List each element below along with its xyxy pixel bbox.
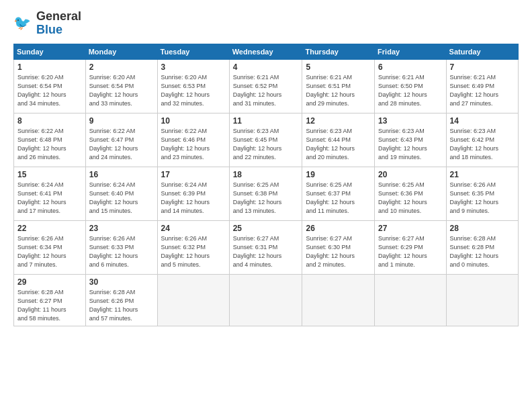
day-info: Sunrise: 6:27 AM Sunset: 6:29 PM Dayligh… [378,234,442,269]
calendar-day-cell: 17Sunrise: 6:24 AM Sunset: 6:39 PM Dayli… [157,167,229,220]
calendar-week-row: 8Sunrise: 6:22 AM Sunset: 6:48 PM Daylig… [14,113,519,167]
calendar-day-cell [302,274,375,326]
calendar-day-cell: 12Sunrise: 6:23 AM Sunset: 6:44 PM Dayli… [302,113,375,167]
calendar-col-header: Thursday [302,44,375,59]
day-number: 27 [378,224,442,233]
day-number: 2 [89,62,154,72]
calendar-day-cell: 5Sunrise: 6:21 AM Sunset: 6:51 PM Daylig… [302,59,375,113]
day-number: 4 [233,62,299,72]
logo: 🐦 GeneralBlue [13,10,81,37]
day-info: Sunrise: 6:25 AM Sunset: 6:37 PM Dayligh… [306,181,371,216]
day-info: Sunrise: 6:22 AM Sunset: 6:46 PM Dayligh… [161,127,226,162]
calendar-day-cell: 26Sunrise: 6:27 AM Sunset: 6:30 PM Dayli… [302,220,375,274]
calendar-col-header: Wednesday [229,44,302,59]
calendar-day-cell: 24Sunrise: 6:26 AM Sunset: 6:32 PM Dayli… [157,220,229,274]
day-number: 21 [450,170,515,179]
day-number: 11 [233,116,299,126]
calendar-day-cell: 29Sunrise: 6:28 AM Sunset: 6:27 PM Dayli… [14,274,86,326]
calendar-day-cell: 23Sunrise: 6:26 AM Sunset: 6:33 PM Dayli… [85,220,157,274]
day-info: Sunrise: 6:23 AM Sunset: 6:43 PM Dayligh… [378,127,442,162]
day-info: Sunrise: 6:21 AM Sunset: 6:49 PM Dayligh… [450,73,515,108]
day-info: Sunrise: 6:26 AM Sunset: 6:35 PM Dayligh… [450,181,515,216]
calendar-day-cell: 27Sunrise: 6:27 AM Sunset: 6:29 PM Dayli… [375,220,446,274]
calendar-col-header: Sunday [14,44,86,59]
logo-text: GeneralBlue [36,10,81,37]
day-info: Sunrise: 6:24 AM Sunset: 6:40 PM Dayligh… [89,181,154,216]
day-number: 7 [450,62,515,72]
day-info: Sunrise: 6:20 AM Sunset: 6:54 PM Dayligh… [89,73,154,108]
day-number: 28 [450,224,515,233]
day-info: Sunrise: 6:26 AM Sunset: 6:34 PM Dayligh… [17,234,82,269]
day-number: 1 [17,62,82,72]
calendar-day-cell: 15Sunrise: 6:24 AM Sunset: 6:41 PM Dayli… [14,167,86,220]
calendar-day-cell: 13Sunrise: 6:23 AM Sunset: 6:43 PM Dayli… [375,113,446,167]
calendar-day-cell: 2Sunrise: 6:20 AM Sunset: 6:54 PM Daylig… [85,59,157,113]
day-number: 17 [161,170,226,179]
day-number: 23 [89,224,154,233]
day-number: 16 [89,170,154,179]
day-info: Sunrise: 6:28 AM Sunset: 6:26 PM Dayligh… [89,288,154,323]
calendar-week-row: 1Sunrise: 6:20 AM Sunset: 6:54 PM Daylig… [14,59,519,113]
day-number: 8 [17,116,82,126]
day-number: 15 [17,170,82,179]
day-number: 13 [378,116,442,126]
day-number: 26 [306,224,371,233]
calendar-day-cell [446,274,518,326]
calendar-day-cell [229,274,302,326]
calendar-table: SundayMondayTuesdayWednesdayThursdayFrid… [13,44,519,326]
day-info: Sunrise: 6:23 AM Sunset: 6:42 PM Dayligh… [450,127,515,162]
calendar-day-cell [157,274,229,326]
calendar-day-cell: 30Sunrise: 6:28 AM Sunset: 6:26 PM Dayli… [85,274,157,326]
day-number: 10 [161,116,226,126]
calendar-week-row: 15Sunrise: 6:24 AM Sunset: 6:41 PM Dayli… [14,167,519,220]
day-number: 18 [233,170,299,179]
day-info: Sunrise: 6:27 AM Sunset: 6:30 PM Dayligh… [306,234,371,269]
day-info: Sunrise: 6:23 AM Sunset: 6:45 PM Dayligh… [233,127,299,162]
day-info: Sunrise: 6:24 AM Sunset: 6:39 PM Dayligh… [161,181,226,216]
day-info: Sunrise: 6:27 AM Sunset: 6:31 PM Dayligh… [233,234,299,269]
day-info: Sunrise: 6:28 AM Sunset: 6:28 PM Dayligh… [450,234,515,269]
calendar-day-cell: 10Sunrise: 6:22 AM Sunset: 6:46 PM Dayli… [157,113,229,167]
calendar-day-cell: 3Sunrise: 6:20 AM Sunset: 6:53 PM Daylig… [157,59,229,113]
calendar-col-header: Saturday [446,44,518,59]
day-number: 29 [17,277,82,287]
day-number: 14 [450,116,515,126]
svg-text:🐦: 🐦 [13,14,32,32]
calendar-day-cell: 20Sunrise: 6:25 AM Sunset: 6:36 PM Dayli… [375,167,446,220]
calendar-col-header: Friday [375,44,446,59]
day-info: Sunrise: 6:20 AM Sunset: 6:54 PM Dayligh… [17,73,82,108]
calendar-day-cell: 14Sunrise: 6:23 AM Sunset: 6:42 PM Dayli… [446,113,518,167]
day-info: Sunrise: 6:20 AM Sunset: 6:53 PM Dayligh… [161,73,226,108]
day-info: Sunrise: 6:22 AM Sunset: 6:47 PM Dayligh… [89,127,154,162]
day-number: 12 [306,116,371,126]
page-header: 🐦 GeneralBlue [13,10,519,37]
day-info: Sunrise: 6:26 AM Sunset: 6:32 PM Dayligh… [161,234,226,269]
calendar-day-cell: 8Sunrise: 6:22 AM Sunset: 6:48 PM Daylig… [14,113,86,167]
day-number: 25 [233,224,299,233]
calendar-day-cell: 1Sunrise: 6:20 AM Sunset: 6:54 PM Daylig… [14,59,86,113]
calendar-day-cell: 21Sunrise: 6:26 AM Sunset: 6:35 PM Dayli… [446,167,518,220]
calendar-day-cell: 25Sunrise: 6:27 AM Sunset: 6:31 PM Dayli… [229,220,302,274]
day-number: 3 [161,62,226,72]
calendar-day-cell: 11Sunrise: 6:23 AM Sunset: 6:45 PM Dayli… [229,113,302,167]
day-number: 20 [378,170,442,179]
calendar-header-row: SundayMondayTuesdayWednesdayThursdayFrid… [14,44,519,59]
calendar-day-cell: 19Sunrise: 6:25 AM Sunset: 6:37 PM Dayli… [302,167,375,220]
logo-icon: 🐦 [13,13,34,34]
calendar-week-row: 22Sunrise: 6:26 AM Sunset: 6:34 PM Dayli… [14,220,519,274]
calendar-day-cell [375,274,446,326]
day-info: Sunrise: 6:24 AM Sunset: 6:41 PM Dayligh… [17,181,82,216]
calendar-week-row: 29Sunrise: 6:28 AM Sunset: 6:27 PM Dayli… [14,274,519,326]
day-number: 22 [17,224,82,233]
calendar-col-header: Tuesday [157,44,229,59]
calendar-day-cell: 28Sunrise: 6:28 AM Sunset: 6:28 PM Dayli… [446,220,518,274]
calendar-day-cell: 9Sunrise: 6:22 AM Sunset: 6:47 PM Daylig… [85,113,157,167]
day-number: 19 [306,170,371,179]
day-info: Sunrise: 6:26 AM Sunset: 6:33 PM Dayligh… [89,234,154,269]
day-info: Sunrise: 6:21 AM Sunset: 6:50 PM Dayligh… [378,73,442,108]
day-info: Sunrise: 6:21 AM Sunset: 6:51 PM Dayligh… [306,73,371,108]
calendar-day-cell: 7Sunrise: 6:21 AM Sunset: 6:49 PM Daylig… [446,59,518,113]
day-info: Sunrise: 6:21 AM Sunset: 6:52 PM Dayligh… [233,73,299,108]
day-info: Sunrise: 6:22 AM Sunset: 6:48 PM Dayligh… [17,127,82,162]
day-number: 5 [306,62,371,72]
